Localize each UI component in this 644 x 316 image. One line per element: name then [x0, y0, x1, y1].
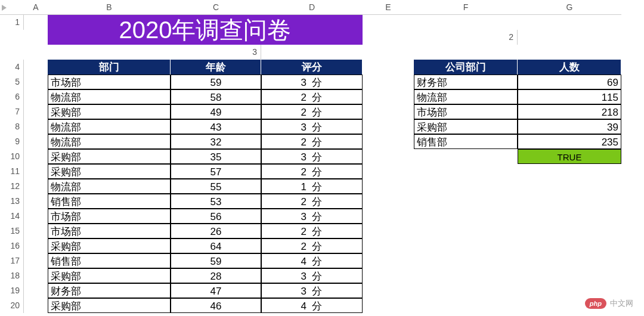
table-cell[interactable]: 物流部 [48, 179, 171, 194]
table-cell[interactable]: 39 [518, 119, 621, 134]
cell[interactable] [518, 283, 621, 298]
cell[interactable] [24, 238, 48, 253]
col-header-a[interactable]: A [24, 0, 48, 15]
table-cell[interactable]: 物流部 [414, 89, 518, 104]
row-header[interactable]: 14 [0, 209, 24, 224]
cell[interactable] [518, 15, 621, 30]
table-cell[interactable]: 3 分 [261, 268, 363, 283]
table-cell[interactable]: 物流部 [48, 119, 171, 134]
table-cell[interactable]: 55 [171, 179, 261, 194]
table-cell[interactable]: 2 分 [261, 224, 363, 238]
cell[interactable] [24, 194, 48, 209]
table-cell[interactable]: 59 [171, 253, 261, 268]
row-header[interactable]: 12 [0, 179, 24, 194]
cell[interactable] [363, 60, 414, 75]
cell[interactable] [414, 15, 518, 30]
table-cell[interactable]: 46 [171, 298, 261, 313]
table-cell[interactable]: 58 [171, 89, 261, 104]
cell[interactable] [363, 224, 414, 238]
table-cell[interactable]: 2 分 [261, 238, 363, 253]
cell[interactable] [518, 253, 621, 268]
survey-header-dept[interactable]: 部门 [48, 60, 171, 75]
row-header[interactable]: 4 [0, 60, 24, 75]
table-cell[interactable]: 物流部 [48, 89, 171, 104]
table-cell[interactable]: 销售部 [48, 253, 171, 268]
row-header[interactable]: 17 [0, 253, 24, 268]
cell[interactable] [24, 75, 48, 89]
select-all-corner[interactable] [0, 0, 24, 15]
table-cell[interactable]: 57 [171, 164, 261, 179]
table-cell[interactable]: 2 分 [261, 89, 363, 104]
col-header-d[interactable]: D [261, 0, 363, 15]
table-cell[interactable]: 采购部 [414, 119, 518, 134]
table-cell[interactable]: 采购部 [48, 298, 171, 313]
table-cell[interactable]: 218 [518, 104, 621, 119]
table-cell[interactable]: 35 [171, 149, 261, 164]
row-header[interactable]: 7 [0, 104, 24, 119]
cell[interactable] [414, 268, 518, 283]
survey-title[interactable]: 2020年调查问卷 [48, 15, 363, 45]
cell[interactable] [518, 209, 621, 224]
table-cell[interactable]: 2 分 [261, 194, 363, 209]
table-cell[interactable]: 64 [171, 238, 261, 253]
cell[interactable] [24, 224, 48, 238]
cell[interactable] [24, 45, 48, 60]
row-header[interactable]: 8 [0, 119, 24, 134]
cell[interactable] [414, 164, 518, 179]
table-cell[interactable]: 市场部 [48, 209, 171, 224]
cell[interactable] [24, 298, 48, 313]
cell[interactable] [414, 179, 518, 194]
table-cell[interactable]: 采购部 [48, 268, 171, 283]
col-header-g[interactable]: G [518, 0, 621, 15]
col-header-b[interactable]: B [48, 0, 171, 15]
row-header[interactable]: 15 [0, 224, 24, 238]
table-cell[interactable]: 3 分 [261, 209, 363, 224]
table-cell[interactable]: 1 分 [261, 179, 363, 194]
cell[interactable] [363, 194, 414, 209]
row-header[interactable]: 16 [0, 238, 24, 253]
cell[interactable] [414, 238, 518, 253]
cell[interactable] [414, 283, 518, 298]
table-cell[interactable]: 2 分 [261, 134, 363, 149]
survey-header-age[interactable]: 年龄 [171, 60, 261, 75]
cell[interactable] [363, 253, 414, 268]
cell[interactable] [261, 45, 363, 60]
col-header-c[interactable]: C [171, 0, 261, 15]
cell[interactable] [0, 45, 24, 60]
cell[interactable] [518, 164, 621, 179]
summary-header-dept[interactable]: 公司部门 [414, 60, 518, 75]
cell[interactable] [363, 268, 414, 283]
row-header[interactable]: 11 [0, 164, 24, 179]
col-header-f[interactable]: F [414, 0, 518, 15]
cell[interactable] [414, 149, 518, 164]
table-cell[interactable]: 43 [171, 119, 261, 134]
table-cell[interactable]: 2 分 [261, 164, 363, 179]
cell[interactable] [24, 119, 48, 134]
cell[interactable] [363, 30, 414, 45]
cell[interactable] [363, 15, 414, 30]
table-cell[interactable]: 115 [518, 89, 621, 104]
cell[interactable] [363, 283, 414, 298]
table-cell[interactable]: 销售部 [414, 134, 518, 149]
table-cell[interactable]: 物流部 [48, 134, 171, 149]
table-cell[interactable]: 3 分 [261, 283, 363, 298]
cell[interactable] [363, 75, 414, 89]
table-cell[interactable]: 3 分 [261, 75, 363, 89]
cell[interactable] [414, 45, 518, 60]
cell[interactable] [363, 164, 414, 179]
row-header[interactable]: 1 [0, 15, 24, 30]
cell[interactable] [363, 134, 414, 149]
cell[interactable] [24, 209, 48, 224]
cell[interactable] [518, 268, 621, 283]
row-header[interactable]: 5 [0, 75, 24, 89]
table-cell[interactable]: 采购部 [48, 164, 171, 179]
table-cell[interactable]: 市场部 [414, 104, 518, 119]
table-cell[interactable]: 56 [171, 209, 261, 224]
table-cell[interactable]: 3 分 [261, 149, 363, 164]
survey-header-score[interactable]: 评分 [261, 60, 363, 75]
row-header[interactable]: 3 [171, 45, 261, 60]
table-cell[interactable]: 财务部 [48, 283, 171, 298]
cell[interactable] [363, 104, 414, 119]
table-cell[interactable]: 47 [171, 283, 261, 298]
cell[interactable] [363, 179, 414, 194]
